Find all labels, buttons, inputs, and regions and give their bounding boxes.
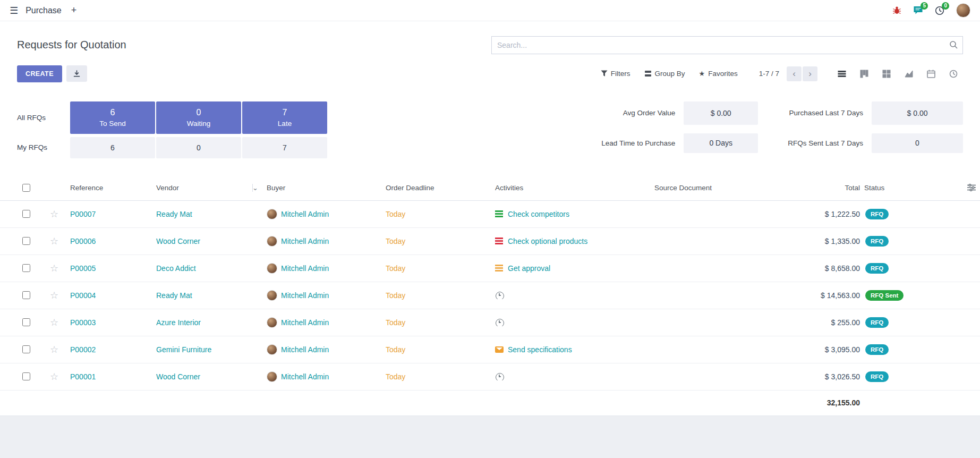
debug-bug-icon[interactable] [892, 6, 901, 15]
favorite-star-icon[interactable]: ☆ [38, 262, 70, 274]
row-checkbox[interactable] [22, 210, 30, 218]
activity-cell[interactable] [495, 292, 654, 299]
vendor-link[interactable]: Gemini Furniture [156, 345, 267, 354]
buyer-link[interactable]: Mitchell Admin [281, 372, 329, 381]
vendor-link[interactable]: Wood Corner [156, 237, 267, 245]
favorite-star-icon[interactable]: ☆ [38, 235, 70, 247]
activities-clock-icon[interactable]: 0 [935, 6, 944, 15]
activity-cell[interactable] [495, 319, 654, 326]
vendor-link[interactable]: Ready Mat [156, 291, 267, 300]
reference-link[interactable]: P00001 [70, 372, 156, 381]
table-row[interactable]: ☆ P00006 Wood Corner Mitchell Admin Toda… [0, 228, 980, 255]
buyer-link[interactable]: Mitchell Admin [281, 210, 329, 218]
activity-icon[interactable] [495, 346, 504, 353]
user-avatar[interactable] [956, 3, 970, 18]
view-list-button[interactable] [832, 66, 851, 82]
my-to-send-count[interactable]: 6 [70, 137, 155, 158]
view-kanban-button[interactable] [855, 66, 874, 82]
add-tab-icon[interactable]: + [71, 5, 77, 16]
tile-late[interactable]: 7 Late [242, 101, 327, 134]
buyer-link[interactable]: Mitchell Admin [281, 264, 329, 273]
view-graph-button[interactable] [899, 66, 918, 82]
table-row[interactable]: ☆ P00003 Azure Interior Mitchell Admin T… [0, 309, 980, 336]
view-pivot-button[interactable] [877, 66, 896, 82]
buyer-link[interactable]: Mitchell Admin [281, 291, 329, 300]
activity-cell[interactable]: Check optional products [495, 237, 654, 245]
pager-previous-button[interactable]: ‹ [787, 66, 802, 81]
table-row[interactable]: ☆ P00007 Ready Mat Mitchell Admin Today … [0, 201, 980, 228]
reference-link[interactable]: P00002 [70, 345, 156, 354]
export-button[interactable] [66, 65, 87, 82]
column-header-source-document[interactable]: Source Document [654, 184, 769, 192]
buyer-link[interactable]: Mitchell Admin [281, 318, 329, 327]
my-waiting-count[interactable]: 0 [156, 137, 241, 158]
reference-link[interactable]: P00007 [70, 210, 156, 218]
view-activity-button[interactable] [944, 66, 963, 82]
group-by-button[interactable]: Group By [644, 70, 685, 78]
tile-waiting[interactable]: 0 Waiting [156, 101, 241, 134]
reference-link[interactable]: P00005 [70, 264, 156, 273]
activity-label[interactable]: Send specifications [508, 345, 572, 354]
vendor-link[interactable]: Wood Corner [156, 372, 267, 381]
favorite-star-icon[interactable]: ☆ [38, 344, 70, 355]
reference-link[interactable]: P00006 [70, 237, 156, 245]
column-header-activities[interactable]: Activities [495, 184, 654, 192]
all-rfqs-filter[interactable]: All RFQs [17, 114, 69, 122]
column-header-total[interactable]: Total [769, 184, 864, 192]
activity-icon[interactable] [495, 292, 504, 299]
vendor-link[interactable]: Azure Interior [156, 318, 267, 327]
create-button[interactable]: CREATE [17, 65, 62, 82]
activity-label[interactable]: Check competitors [508, 210, 569, 218]
messages-icon[interactable]: 5 [913, 6, 923, 15]
buyer-link[interactable]: Mitchell Admin [281, 345, 329, 354]
pager-next-button[interactable]: › [803, 66, 817, 81]
row-checkbox[interactable] [22, 345, 30, 353]
activity-label[interactable]: Get approval [508, 264, 550, 273]
column-header-status[interactable]: Status [864, 184, 933, 192]
favorite-star-icon[interactable]: ☆ [38, 317, 70, 328]
vendor-link[interactable]: Deco Addict [156, 264, 267, 273]
app-name[interactable]: Purchase [25, 6, 62, 15]
favorite-star-icon[interactable]: ☆ [38, 371, 70, 383]
favorite-star-icon[interactable]: ☆ [38, 290, 70, 301]
select-all-checkbox[interactable] [22, 184, 30, 192]
activity-icon[interactable] [495, 265, 504, 272]
column-header-vendor[interactable]: Vendor ⌄ [156, 184, 267, 192]
search-icon[interactable] [949, 40, 958, 51]
row-checkbox[interactable] [22, 318, 30, 326]
row-checkbox[interactable] [22, 291, 30, 299]
reference-link[interactable]: P00003 [70, 318, 156, 327]
tile-to-send[interactable]: 6 To Send [70, 101, 155, 134]
favorites-button[interactable]: ★ Favorites [699, 70, 738, 78]
column-header-buyer[interactable]: Buyer [267, 184, 386, 192]
view-calendar-button[interactable] [922, 66, 941, 82]
reference-link[interactable]: P00004 [70, 291, 156, 300]
row-checkbox[interactable] [22, 372, 30, 380]
column-header-order-deadline[interactable]: Order Deadline [386, 184, 495, 192]
activity-icon[interactable] [495, 319, 504, 326]
favorite-star-icon[interactable]: ☆ [38, 208, 70, 220]
activity-icon[interactable] [495, 210, 504, 218]
my-rfqs-filter[interactable]: My RFQs [17, 143, 69, 151]
apps-menu-icon[interactable]: ☰ [10, 6, 18, 15]
table-row[interactable]: ☆ P00002 Gemini Furniture Mitchell Admin… [0, 336, 980, 363]
search-input[interactable] [491, 36, 963, 54]
activity-label[interactable]: Check optional products [508, 237, 587, 245]
activity-icon[interactable] [495, 373, 504, 380]
activity-cell[interactable]: Check competitors [495, 210, 654, 218]
table-row[interactable]: ☆ P00001 Wood Corner Mitchell Admin Toda… [0, 363, 980, 391]
row-checkbox[interactable] [22, 264, 30, 272]
table-row[interactable]: ☆ P00004 Ready Mat Mitchell Admin Today … [0, 282, 980, 309]
filters-button[interactable]: Filters [601, 70, 630, 78]
column-header-reference[interactable]: Reference [70, 184, 156, 192]
my-late-count[interactable]: 7 [242, 137, 327, 158]
optional-columns-button[interactable] [933, 184, 980, 191]
activity-cell[interactable] [495, 373, 654, 380]
vendor-link[interactable]: Ready Mat [156, 210, 267, 218]
buyer-link[interactable]: Mitchell Admin [281, 237, 329, 245]
activity-cell[interactable]: Get approval [495, 264, 654, 273]
activity-icon[interactable] [495, 238, 504, 245]
activity-cell[interactable]: Send specifications [495, 345, 654, 354]
table-row[interactable]: ☆ P00005 Deco Addict Mitchell Admin Toda… [0, 255, 980, 282]
row-checkbox[interactable] [22, 237, 30, 245]
